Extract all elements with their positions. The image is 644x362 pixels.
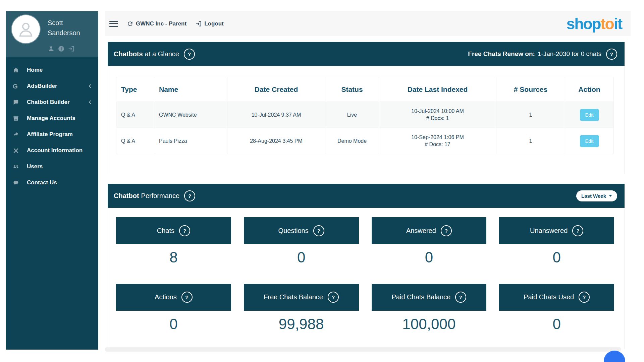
sidebar: Scott Sanderson Home G <box>6 11 98 350</box>
refresh-icon <box>127 20 133 27</box>
comment-icon <box>13 179 21 186</box>
free-chats-renew: Free Chats Renew on:1-Jan-2030 for 0 cha… <box>468 49 617 60</box>
logout-icon <box>195 20 202 27</box>
stat-card-paid-chats-balance: Paid Chats Balance? 100,000 <box>372 284 487 333</box>
col-name: Name <box>154 77 227 102</box>
stat-value: 0 <box>372 249 487 266</box>
account-name: GWNC Inc - Parent <box>136 20 186 27</box>
sidebar-item-adsbuilder[interactable]: G AdsBuilder <box>6 78 98 94</box>
stat-card-chats: Chats? 8 <box>116 217 231 266</box>
col-date-last-indexed: Date Last Indexed <box>379 77 496 102</box>
sidebar-nav: Home G AdsBuilder Chatbot Builder <box>6 57 98 191</box>
col-action: Action <box>565 77 614 102</box>
logout-door-icon[interactable] <box>68 45 75 52</box>
performance-title: ChatbotPerformance <box>114 192 179 200</box>
sidebar-item-contact-us[interactable]: Contact Us <box>6 175 98 191</box>
sidebar-item-users[interactable]: Users <box>6 159 98 175</box>
stat-value: 8 <box>116 249 231 266</box>
cell-date-last-indexed: 10-Sep-2024 1:06 PM # Docs: 17 <box>379 128 496 154</box>
chatbots-table: Type Name Date Created Status Date Last … <box>116 77 614 154</box>
edit-button[interactable]: Edit <box>580 109 599 121</box>
shoptoit-logo: shoptoit <box>567 16 622 32</box>
help-icon[interactable]: ? <box>579 292 590 303</box>
avatar <box>12 15 40 43</box>
sidebar-item-home[interactable]: Home <box>6 62 98 78</box>
stat-card-answered: Answered? 0 <box>372 217 487 266</box>
topbar: GWNC Inc - Parent Logout shoptoit <box>105 11 631 36</box>
chevron-left-icon <box>89 84 92 88</box>
sidebar-item-account-information[interactable]: Account Information <box>6 142 98 159</box>
cell-action: Edit <box>565 128 614 154</box>
cell-name: Pauls Pizza <box>154 128 227 154</box>
profile-icon[interactable] <box>48 45 55 52</box>
cell-type: Q & A <box>116 128 154 154</box>
table-row: Q & A Pauls Pizza 28-Aug-2024 3:45 PM De… <box>116 128 614 154</box>
share-arrow-icon <box>13 131 21 138</box>
date-range-dropdown[interactable]: Last Week <box>576 190 617 201</box>
user-name: Scott Sanderson <box>48 18 90 38</box>
glance-panel-body: Type Name Date Created Status Date Last … <box>108 66 625 174</box>
chatbot-performance-panel: ChatbotPerformance ? Last Week Chats? 8 … <box>108 184 625 349</box>
stat-value: 0 <box>116 315 231 333</box>
help-icon[interactable]: ? <box>184 190 195 201</box>
col-date-created: Date Created <box>227 77 325 102</box>
stats-grid: Chats? 8 Questions? 0 Answered? 0 Unansw… <box>116 217 614 333</box>
cell-status: Demo Mode <box>325 128 379 154</box>
col-status: Status <box>325 77 379 102</box>
account-switcher[interactable]: GWNC Inc - Parent <box>127 20 186 27</box>
performance-panel-header: ChatbotPerformance ? Last Week <box>108 184 625 208</box>
users-group-icon <box>13 163 21 170</box>
stat-value: 0 <box>499 315 614 333</box>
cell-action: Edit <box>565 102 614 128</box>
cell-sources: 1 <box>496 128 565 154</box>
person-outline-icon <box>16 19 36 39</box>
performance-panel-body: Chats? 8 Questions? 0 Answered? 0 Unansw… <box>108 208 625 349</box>
glance-panel-header: Chatbotsat a Glance ? Free Chats Renew o… <box>108 42 625 66</box>
sidebar-item-manage-accounts[interactable]: Manage Accounts <box>6 110 98 126</box>
caret-down-icon <box>609 195 612 197</box>
hamburger-menu-icon[interactable] <box>109 21 118 27</box>
tools-icon <box>13 147 21 154</box>
cell-sources: 1 <box>496 102 565 128</box>
cell-status: Live <box>325 102 379 128</box>
glance-title: Chatbotsat a Glance <box>114 50 179 58</box>
stat-value: 99,988 <box>244 315 359 333</box>
app-screen: Scott Sanderson Home G <box>0 0 644 362</box>
table-header-row: Type Name Date Created Status Date Last … <box>116 77 614 102</box>
horizontal-scrollbar[interactable] <box>105 347 621 352</box>
stat-card-free-chats-balance: Free Chats Balance? 99,988 <box>244 284 359 333</box>
info-icon[interactable] <box>58 45 65 52</box>
stat-card-questions: Questions? 0 <box>244 217 359 266</box>
sidebar-item-chatbot-builder[interactable]: Chatbot Builder <box>6 94 98 110</box>
help-icon[interactable]: ? <box>179 225 190 236</box>
chevron-left-icon <box>89 100 92 105</box>
chat-widget-button[interactable] <box>604 351 625 362</box>
user-quick-actions <box>48 45 75 52</box>
col-sources: # Sources <box>496 77 565 102</box>
stat-card-unanswered: Unanswered? 0 <box>499 217 614 266</box>
cell-date-last-indexed: 10-Jul-2024 10:00 AM # Docs: 1 <box>379 102 496 128</box>
cell-date-created: 10-Jul-2024 9:37 AM <box>227 102 325 128</box>
help-icon[interactable]: ? <box>572 225 583 236</box>
help-icon[interactable]: ? <box>328 292 339 303</box>
stat-card-actions: Actions? 0 <box>116 284 231 333</box>
chatbots-glance-panel: Chatbotsat a Glance ? Free Chats Renew o… <box>108 42 625 174</box>
table-row: Q & A GWNC Website 10-Jul-2024 9:37 AM L… <box>116 102 614 128</box>
chat-bubble-icon <box>13 99 21 106</box>
stat-card-paid-chats-used: Paid Chats Used? 0 <box>499 284 614 333</box>
help-icon[interactable]: ? <box>313 225 324 236</box>
cell-type: Q & A <box>116 102 154 128</box>
edit-button[interactable]: Edit <box>580 135 599 147</box>
logout-label: Logout <box>204 20 224 27</box>
main-area: GWNC Inc - Parent Logout shoptoit Chatbo… <box>105 11 631 351</box>
help-icon[interactable]: ? <box>441 225 452 236</box>
cell-name: GWNC Website <box>154 102 227 128</box>
help-icon[interactable]: ? <box>455 292 466 303</box>
help-icon[interactable]: ? <box>606 49 617 60</box>
logout-button[interactable]: Logout <box>195 20 224 27</box>
help-icon[interactable]: ? <box>181 292 193 303</box>
sidebar-item-affiliate-program[interactable]: Affiliate Program <box>6 126 98 142</box>
help-icon[interactable]: ? <box>184 49 195 60</box>
cell-date-created: 28-Aug-2024 3:45 PM <box>227 128 325 154</box>
home-icon <box>13 67 21 73</box>
